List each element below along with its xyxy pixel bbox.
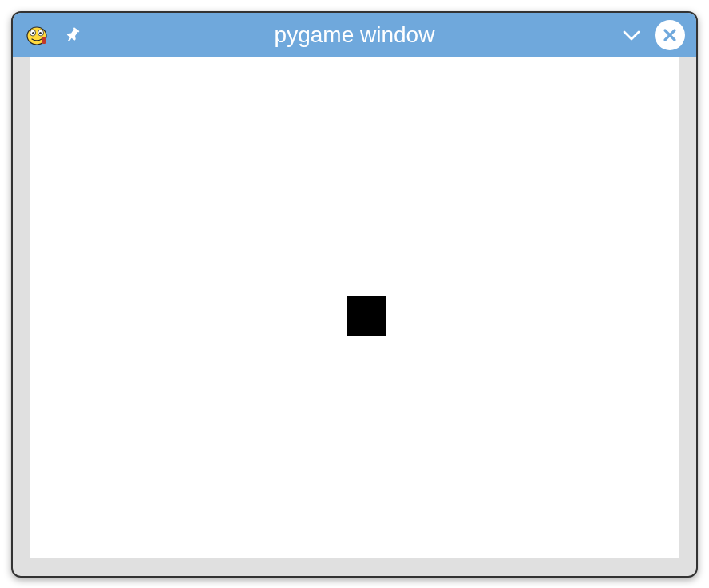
content-area bbox=[30, 57, 679, 558]
titlebar[interactable]: pygame window bbox=[13, 13, 696, 57]
svg-rect-5 bbox=[42, 37, 46, 44]
app-icon bbox=[24, 22, 50, 48]
titlebar-right bbox=[620, 20, 685, 50]
titlebar-left bbox=[24, 22, 81, 48]
pin-icon[interactable] bbox=[64, 26, 81, 44]
window-frame: pygame window bbox=[11, 11, 698, 578]
minimize-button[interactable] bbox=[620, 23, 644, 47]
svg-point-3 bbox=[32, 32, 34, 34]
black-square bbox=[347, 296, 386, 336]
svg-point-4 bbox=[39, 32, 42, 34]
window-title: pygame window bbox=[275, 22, 435, 48]
close-button[interactable] bbox=[655, 20, 685, 50]
